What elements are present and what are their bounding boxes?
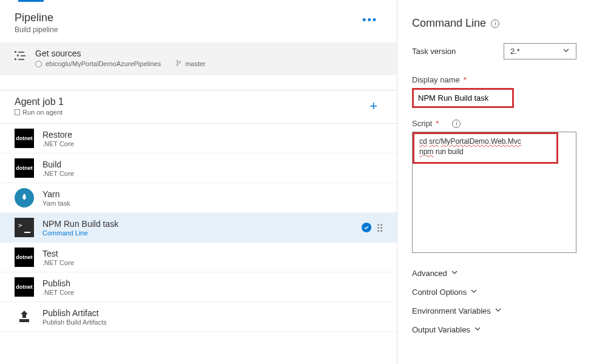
svg-rect-3 [19,319,29,322]
chevron-down-icon [451,269,458,278]
task-sub: Publish Build Artifacts [42,318,107,326]
task-publish[interactable]: dotnet Publish .NET Core [0,272,397,302]
section-control-options[interactable]: Control Options [412,283,576,302]
script-label: Script [412,119,432,128]
agent-job-row[interactable]: Agent job 1 Run on agent + [0,90,397,124]
chevron-down-icon [562,47,570,56]
svg-point-1 [177,64,178,66]
dotnet-icon: dotnet [15,129,34,148]
section-output-variables[interactable]: Output Variables [412,320,576,339]
svg-point-0 [177,60,178,62]
task-sub: Command Line [42,229,118,237]
chevron-down-icon [495,306,502,315]
more-actions-button[interactable]: ••• [357,12,382,29]
task-title: Publish [42,278,74,288]
artifact-icon [15,307,34,326]
task-version-select[interactable]: 2.* [504,43,576,59]
section-advanced[interactable]: Advanced [412,264,576,283]
task-test[interactable]: dotnet Test .NET Core [0,243,397,272]
task-sub: .NET Core [42,170,74,177]
task-sub: Yarn task [42,200,70,207]
get-sources-row[interactable]: Get sources ebicoglu/MyPortalDemoAzurePi… [0,42,397,75]
task-publish-artifact[interactable]: Publish Artifact Publish Build Artifacts [0,302,397,332]
task-title: Build [42,160,74,169]
info-icon[interactable]: i [491,19,499,28]
add-task-button[interactable]: + [365,98,382,114]
chevron-down-icon [474,325,481,334]
agent-job-title: Agent job 1 [15,96,64,107]
task-status-icon [362,223,371,232]
section-environment-variables[interactable]: Environment Variables [412,302,576,320]
highlight-box: cd src/MyPortalDemo.Web.Mvc npm run buil… [413,132,558,164]
task-title: Publish Artifact [42,308,107,318]
highlight-box [412,88,514,108]
repo-name: ebicoglu/MyPortalDemoAzurePipelines [46,60,161,67]
svg-point-2 [179,61,181,63]
task-yarn[interactable]: Yarn Yarn task [0,183,397,213]
task-list: dotnet Restore .NET Core dotnet Build .N… [0,124,397,332]
dotnet-icon: dotnet [15,158,34,178]
agent-job-subtitle: Run on agent [22,109,62,116]
panel-title: Command Line [412,17,486,30]
required-indicator: * [464,75,467,84]
display-name-input[interactable] [414,90,512,106]
required-indicator: * [436,119,439,128]
github-icon [35,61,42,67]
display-name-label: Display name [412,75,460,84]
branch-name: master [185,60,206,67]
task-version-value: 2.* [510,47,520,56]
branch-icon [175,59,181,68]
pipeline-header: Pipeline Build pipeline ••• [0,2,397,42]
pipeline-left-panel: Pipeline Build pipeline ••• Get sources … [0,0,397,364]
task-sub: .NET Core [42,140,74,147]
task-title: NPM Run Build task [42,219,118,229]
server-icon [15,109,20,115]
pipeline-subtitle: Build pipeline [15,25,58,34]
task-restore[interactable]: dotnet Restore .NET Core [0,124,397,153]
task-sub: .NET Core [42,289,74,296]
info-icon[interactable]: i [452,120,461,128]
task-npm-run-build[interactable]: > NPM Run Build task Command Line [0,213,397,243]
dotnet-icon: dotnet [15,248,34,267]
chevron-down-icon [470,288,478,297]
task-detail-panel: Command Line i Task version 2.* Display … [397,0,591,364]
task-title: Yarn [42,189,70,199]
sources-title: Get sources [35,49,206,58]
dotnet-icon: dotnet [15,277,34,297]
pipeline-title: Pipeline [15,12,58,24]
task-version-label: Task version [412,47,456,56]
task-title: Test [42,249,74,258]
task-title: Restore [42,130,74,140]
drag-handle-icon[interactable] [377,224,382,232]
task-sub: .NET Core [42,259,74,266]
task-build[interactable]: dotnet Build .NET Core [0,153,397,183]
commandline-icon: > [15,218,34,237]
sources-icon [15,51,27,60]
yarn-icon [15,188,34,207]
script-textarea[interactable]: cd src/MyPortalDemo.Web.Mvc npm run buil… [412,132,576,253]
